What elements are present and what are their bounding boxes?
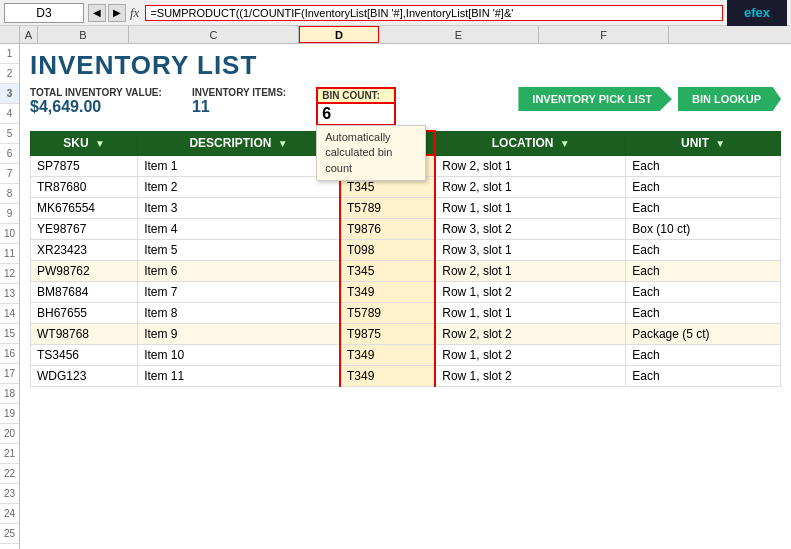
row-10: 10 [0, 224, 19, 244]
table-row[interactable]: BM87684 Item 7 T349 Row 1, slot 2 Each [31, 282, 781, 303]
cell-location: Row 2, slot 1 [435, 261, 625, 282]
row-8: 8 [0, 184, 19, 204]
bin-count-value: 6 [316, 104, 396, 126]
col-header-description[interactable]: DESCRIPTION ▼ [138, 131, 340, 155]
row-21: 21 [0, 444, 19, 464]
cell-location: Row 1, slot 2 [435, 282, 625, 303]
cell-bin: T5789 [340, 198, 435, 219]
cell-bin: T349 [340, 282, 435, 303]
row-20: 20 [0, 424, 19, 444]
cell-sku: XR23423 [31, 240, 138, 261]
row-4: 4 [0, 104, 19, 124]
cell-unit: Each [626, 366, 781, 387]
page-title: INVENTORY LIST [30, 50, 781, 81]
cell-bin: T349 [340, 366, 435, 387]
cell-unit: Each [626, 198, 781, 219]
table-row[interactable]: XR23423 Item 5 T098 Row 3, slot 1 Each [31, 240, 781, 261]
cell-desc: Item 3 [138, 198, 340, 219]
formula-input[interactable] [145, 5, 723, 21]
cell-sku: SP7875 [31, 155, 138, 177]
formula-bar: D3 ◀ ▶ fx efex [0, 0, 791, 26]
row-1: 1 [0, 44, 19, 64]
cell-desc: Item 7 [138, 282, 340, 303]
total-label: TOTAL INVENTORY VALUE: [30, 87, 162, 98]
sku-sort-icon[interactable]: ▼ [95, 138, 105, 149]
cell-desc: Item 6 [138, 261, 340, 282]
nav-left[interactable]: ◀ [88, 4, 106, 22]
total-value-block: TOTAL INVENTORY VALUE: $4,649.00 [30, 87, 162, 116]
fx-label: fx [130, 5, 139, 21]
total-value: $4,649.00 [30, 98, 162, 116]
table-row[interactable]: TS3456 Item 10 T349 Row 1, slot 2 Each [31, 345, 781, 366]
button-area: INVENTORY PICK LIST BIN LOOKUP [518, 87, 781, 111]
col-header-f: F [539, 26, 669, 43]
items-value: 11 [192, 98, 286, 116]
row-12: 12 [0, 264, 19, 284]
cell-bin: T5789 [340, 303, 435, 324]
cell-sku: WDG123 [31, 366, 138, 387]
row-15: 15 [0, 324, 19, 344]
row-7: 7 [0, 164, 19, 184]
pick-list-button[interactable]: INVENTORY PICK LIST [518, 87, 672, 111]
row-24: 24 [0, 504, 19, 524]
cell-location: Row 2, slot 2 [435, 324, 625, 345]
cell-desc: Item 1 [138, 155, 340, 177]
cell-desc: Item 5 [138, 240, 340, 261]
bin-lookup-button[interactable]: BIN LOOKUP [678, 87, 781, 111]
col-header-e: E [379, 26, 539, 43]
cell-sku: TR87680 [31, 177, 138, 198]
app-container: D3 ◀ ▶ fx efex A B C D E F 1 2 3 4 5 6 7… [0, 0, 791, 549]
col-header-c: C [129, 26, 299, 43]
col-header-unit[interactable]: UNIT ▼ [626, 131, 781, 155]
table-row[interactable]: BH67655 Item 8 T5789 Row 1, slot 1 Each [31, 303, 781, 324]
col-header-location[interactable]: LOCATION ▼ [435, 131, 625, 155]
row-18: 18 [0, 384, 19, 404]
items-label: INVENTORY ITEMS: [192, 87, 286, 98]
cell-sku: WT98768 [31, 324, 138, 345]
row-numbers: 1 2 3 4 5 6 7 8 9 10 11 12 13 14 15 16 1… [0, 44, 20, 549]
cell-sku: BH67655 [31, 303, 138, 324]
row-22: 22 [0, 464, 19, 484]
title-area: INVENTORY LIST [20, 44, 791, 83]
cell-desc: Item 4 [138, 219, 340, 240]
cell-bin: T098 [340, 240, 435, 261]
row-5: 5 [0, 124, 19, 144]
bin-count-tooltip: Automatically calculated bin count [316, 125, 426, 181]
col-header-a: A [20, 26, 38, 43]
stats-area: TOTAL INVENTORY VALUE: $4,649.00 INVENTO… [20, 83, 791, 130]
row-23: 23 [0, 484, 19, 504]
cell-ref-input[interactable]: D3 [4, 3, 84, 23]
table-row[interactable]: YE98767 Item 4 T9876 Row 3, slot 2 Box (… [31, 219, 781, 240]
row-11: 11 [0, 244, 19, 264]
cell-unit: Each [626, 240, 781, 261]
table-row[interactable]: PW98762 Item 6 T345 Row 2, slot 1 Each [31, 261, 781, 282]
desc-sort-icon[interactable]: ▼ [278, 138, 288, 149]
bin-count-label: BIN COUNT: [316, 87, 396, 104]
row-3: 3 [0, 84, 19, 104]
corner-cell [0, 26, 20, 43]
cell-sku: BM87684 [31, 282, 138, 303]
location-sort-icon[interactable]: ▼ [560, 138, 570, 149]
col-header-d: D [299, 26, 379, 43]
table-row[interactable]: WDG123 Item 11 T349 Row 1, slot 2 Each [31, 366, 781, 387]
row-16: 16 [0, 344, 19, 364]
cell-location: Row 1, slot 2 [435, 366, 625, 387]
cell-desc: Item 10 [138, 345, 340, 366]
cell-sku: TS3456 [31, 345, 138, 366]
col-header-sku[interactable]: SKU ▼ [31, 131, 138, 155]
cell-location: Row 1, slot 1 [435, 303, 625, 324]
col-header-b: B [38, 26, 129, 43]
cell-location: Row 3, slot 1 [435, 240, 625, 261]
table-row[interactable]: WT98768 Item 9 T9875 Row 2, slot 2 Packa… [31, 324, 781, 345]
unit-sort-icon[interactable]: ▼ [715, 138, 725, 149]
row-2: 2 [0, 64, 19, 84]
row-14: 14 [0, 304, 19, 324]
nav-right[interactable]: ▶ [108, 4, 126, 22]
grid-content: INVENTORY LIST TOTAL INVENTORY VALUE: $4… [20, 44, 791, 549]
cell-sku: PW98762 [31, 261, 138, 282]
formula-nav: ◀ ▶ [88, 4, 126, 22]
cell-location: Row 2, slot 1 [435, 177, 625, 198]
cell-bin: T9876 [340, 219, 435, 240]
cell-sku: MK676554 [31, 198, 138, 219]
table-row[interactable]: MK676554 Item 3 T5789 Row 1, slot 1 Each [31, 198, 781, 219]
